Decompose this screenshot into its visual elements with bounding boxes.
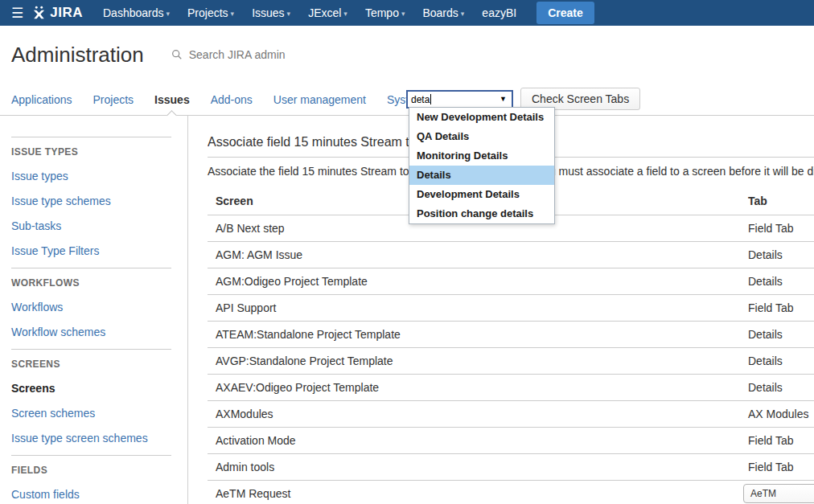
screen-name: Activation Mode bbox=[208, 427, 748, 453]
tab-select[interactable]: AeTM bbox=[743, 484, 814, 503]
search-icon bbox=[171, 49, 183, 60]
sidebar-item-workflows[interactable]: Workflows bbox=[11, 301, 171, 313]
screen-name: AGM: AGM Issue bbox=[208, 241, 748, 268]
table-row: AGM:Odigeo Project Template Details bbox=[208, 268, 814, 294]
combobox-value: deta bbox=[411, 94, 430, 105]
tab-user-management[interactable]: User management bbox=[273, 93, 366, 106]
screen-name: AGM:Odigeo Project Template bbox=[208, 268, 748, 294]
combobox-arrow-icon[interactable]: ▼ bbox=[500, 95, 507, 103]
tab-value: Details bbox=[748, 347, 814, 374]
sidebar-item-issue-type-filters[interactable]: Issue Type Filters bbox=[11, 244, 171, 257]
tab-addons[interactable]: Add-ons bbox=[211, 93, 253, 106]
tab-value: Details bbox=[748, 268, 814, 294]
admin-header: Administration bbox=[0, 26, 814, 84]
nav-menu-dashboards[interactable]: Dashboards▾ bbox=[103, 6, 170, 19]
dropdown-option[interactable]: New Development Details bbox=[409, 108, 554, 127]
sidebar-item-issue-type-screen-schemes[interactable]: Issue type screen schemes bbox=[11, 432, 171, 445]
tab-value: Field Tab bbox=[748, 294, 814, 321]
sidebar-item-issue-type-schemes[interactable]: Issue type schemes bbox=[11, 195, 171, 207]
tab-value: Field Tab bbox=[748, 453, 814, 480]
tab-projects[interactable]: Projects bbox=[93, 93, 134, 106]
nav-menu-projects[interactable]: Projects▾ bbox=[187, 6, 234, 19]
sidebar-section-screens: SCREENS Screens Screen schemes Issue typ… bbox=[11, 349, 171, 455]
table-row: API Support Field Tab bbox=[208, 294, 814, 321]
screen-name: AXAEV:Odigeo Project Template bbox=[208, 374, 748, 400]
tab-applications[interactable]: Applications bbox=[11, 93, 72, 106]
dropdown-option[interactable]: Development Details bbox=[409, 185, 554, 204]
sidebar: ISSUE TYPES Issue types Issue type schem… bbox=[0, 116, 188, 504]
chevron-down-icon: ▾ bbox=[231, 10, 235, 18]
column-header-tab: Tab bbox=[748, 188, 814, 215]
combobox-dropdown: New Development Details QA Details Monit… bbox=[409, 107, 555, 224]
nav-menu-issues[interactable]: Issues▾ bbox=[252, 6, 290, 19]
table-row: AGM: AGM Issue Details bbox=[208, 241, 814, 268]
sidebar-section-issue-types: ISSUE TYPES Issue types Issue type schem… bbox=[11, 137, 171, 268]
text-cursor bbox=[430, 94, 431, 104]
sidebar-section-title: FIELDS bbox=[11, 465, 171, 476]
tab-value: Details bbox=[748, 241, 814, 268]
screen-tabs-combobox[interactable]: deta ▼ bbox=[406, 90, 513, 109]
screen-name: API Support bbox=[208, 294, 748, 321]
screen-name: Admin tools bbox=[208, 453, 748, 480]
admin-search bbox=[171, 47, 324, 62]
dropdown-option[interactable]: QA Details bbox=[409, 127, 554, 146]
sidebar-item-screen-schemes[interactable]: Screen schemes bbox=[11, 407, 171, 420]
page-title: Administration bbox=[11, 43, 144, 68]
chevron-down-icon: ▾ bbox=[461, 10, 465, 18]
sidebar-section-title: WORKFLOWS bbox=[11, 277, 171, 289]
sidebar-section-title: ISSUE TYPES bbox=[11, 146, 171, 158]
nav-menu-tempo[interactable]: Tempo▾ bbox=[365, 6, 405, 19]
table-row: AXAEV:Odigeo Project Template Details bbox=[208, 374, 814, 400]
screen-name: AeTM Request bbox=[208, 480, 748, 504]
sidebar-item-sub-tasks[interactable]: Sub-tasks bbox=[11, 219, 171, 232]
tab-issues[interactable]: Issues bbox=[154, 93, 190, 106]
chevron-down-icon: ▾ bbox=[343, 10, 347, 18]
sidebar-item-issue-types[interactable]: Issue types bbox=[11, 170, 171, 182]
sidebar-item-screens[interactable]: Screens bbox=[11, 382, 171, 395]
jira-logo[interactable]: JIRA bbox=[31, 5, 83, 21]
nav-menu-jexcel[interactable]: JExcel▾ bbox=[308, 6, 347, 19]
tab-value: Field Tab bbox=[748, 215, 814, 241]
tab-value: Details bbox=[748, 374, 814, 400]
search-input[interactable] bbox=[187, 47, 324, 62]
sidebar-item-custom-fields[interactable]: Custom fields bbox=[11, 488, 171, 501]
table-row: AVGP:Standalone Project Template Details bbox=[208, 347, 814, 374]
nav-menu-boards[interactable]: Boards▾ bbox=[422, 6, 464, 19]
chevron-down-icon: ▾ bbox=[287, 10, 291, 18]
sidebar-item-workflow-schemes[interactable]: Workflow schemes bbox=[11, 326, 171, 338]
tab-value: Field Tab bbox=[748, 427, 814, 453]
dropdown-option[interactable]: Position change details bbox=[409, 204, 554, 223]
dropdown-option[interactable]: Monitoring Details bbox=[409, 146, 554, 166]
screen-name: AXModules bbox=[208, 400, 748, 427]
brand-name: JIRA bbox=[50, 5, 83, 21]
sidebar-section-fields: FIELDS Custom fields bbox=[11, 455, 171, 504]
table-row: AXModules AX Modules bbox=[208, 400, 814, 427]
chevron-down-icon: ▾ bbox=[166, 10, 170, 18]
table-row: Activation Mode Field Tab bbox=[208, 427, 814, 453]
sidebar-section-workflows: WORKFLOWS Workflows Workflow schemes bbox=[11, 268, 171, 349]
tab-value: Details bbox=[748, 321, 814, 347]
table-row: AeTM Request AeTM bbox=[208, 480, 814, 504]
hamburger-icon[interactable]: ☰ bbox=[11, 5, 23, 22]
tab-value: AX Modules bbox=[748, 400, 814, 427]
chevron-down-icon: ▾ bbox=[401, 10, 405, 18]
screen-name: AVGP:Standalone Project Template bbox=[208, 347, 748, 374]
screen-name: ATEAM:Standalone Project Template bbox=[208, 321, 748, 347]
top-navbar: ☰ JIRA Dashboards▾ Projects▾ Issues▾ JEx… bbox=[0, 0, 814, 26]
dropdown-option-highlighted[interactable]: Details bbox=[409, 166, 554, 185]
table-row: ATEAM:Standalone Project Template Detail… bbox=[208, 321, 814, 347]
admin-tabbar: Applications Projects Issues Add-ons Use… bbox=[0, 84, 814, 116]
sidebar-section-title: SCREENS bbox=[11, 359, 171, 370]
table-row: Admin tools Field Tab bbox=[208, 453, 814, 480]
jira-logo-icon bbox=[31, 6, 47, 21]
content: ISSUE TYPES Issue types Issue type schem… bbox=[0, 116, 814, 504]
nav-menu-eazybi[interactable]: eazyBI bbox=[482, 6, 516, 19]
screens-table: Screen Tab A/B Next step Field Tab AGM: … bbox=[208, 188, 814, 504]
create-button[interactable]: Create bbox=[536, 2, 594, 24]
